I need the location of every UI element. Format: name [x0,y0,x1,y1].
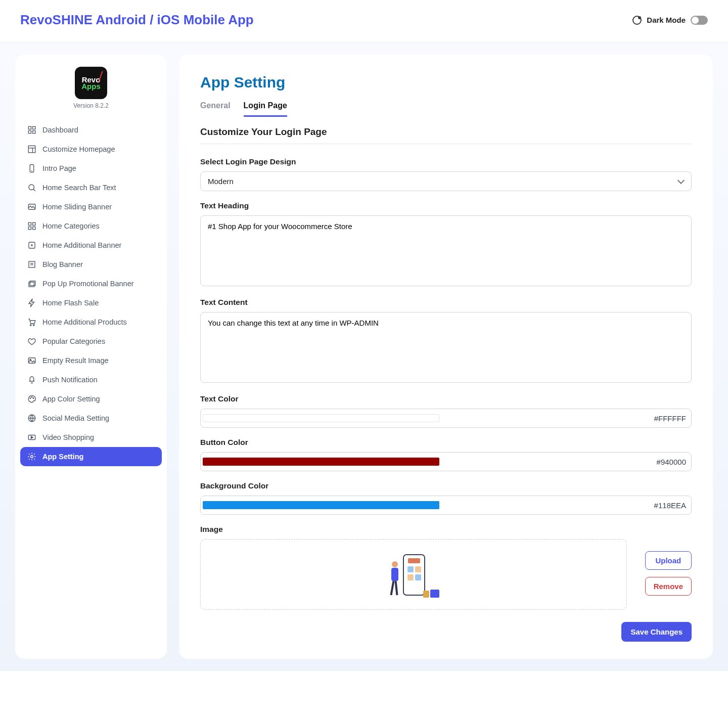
sidebar-item-label: Home Categories [42,222,100,230]
sidebar-item-label: Push Notification [42,376,98,384]
sidebar-item-label: Video Shopping [42,433,94,441]
sidebar-item-label: Home Sliding Banner [42,203,112,211]
save-changes-button[interactable]: Save Changes [621,622,692,642]
swatch-bg-color [203,501,439,509]
svg-rect-12 [28,222,31,225]
input-text-heading[interactable] [200,215,692,286]
sidebar-item-label: Dashboard [42,126,78,134]
settings-tabs: GeneralLogin Page [200,101,692,117]
sidebar-item-label: App Color Setting [42,395,100,403]
input-text-content[interactable] [200,312,692,383]
topbar: RevoSHINE Android / iOS Mobile App Dark … [0,0,728,42]
svg-rect-2 [28,131,31,133]
label-select-design: Select Login Page Design [200,157,692,166]
sidebar-item-label: Home Flash Sale [42,299,99,307]
bolt-icon [27,298,36,307]
svg-rect-15 [33,227,35,230]
sidebar-item-blog-banner[interactable]: Blog Banner [20,255,162,274]
tab-login-page[interactable]: Login Page [244,101,287,117]
main-panel: App Setting GeneralLogin Page Customize … [179,55,713,659]
heart-icon [27,337,36,346]
sidebar-nav: DashboardCustomize HomepageIntro PageHom… [20,120,162,466]
sidebar-item-home-sliding-banner[interactable]: Home Sliding Banner [20,197,162,216]
svg-rect-7 [30,165,34,172]
svg-rect-22 [30,281,35,286]
svg-point-32 [31,456,33,458]
hex-button-color: #940000 [657,458,686,466]
tab-general[interactable]: General [200,101,231,117]
theme-icon [632,16,642,25]
color-input-button[interactable]: #940000 [200,452,692,471]
sidebar-item-home-categories[interactable]: Home Categories [20,216,162,236]
svg-line-10 [33,189,35,191]
sidebar-item-video-shopping[interactable]: Video Shopping [20,428,162,447]
sidebar-item-intro-page[interactable]: Intro Page [20,159,162,178]
swatch-button-color [203,458,439,466]
sidebar-item-label: Home Search Bar Text [42,184,116,192]
sidebar-item-home-additional-banner[interactable]: Home Additional Banner [20,236,162,255]
swatch-text-color [203,414,439,422]
svg-rect-18 [29,261,35,267]
app-logo: Revo Apps [75,67,107,99]
picture-icon [27,356,36,365]
label-text-content: Text Content [200,298,692,307]
grid-icon [27,221,36,231]
page-title: App Setting [200,74,692,91]
select-login-design[interactable]: Modern [200,171,692,191]
image-dropzone[interactable] [200,539,627,610]
sidebar-item-label: Customize Homepage [42,145,115,153]
sidebar-item-label: Intro Page [42,164,76,172]
sidebar-item-app-setting[interactable]: App Setting [20,447,162,466]
sidebar-item-label: Home Additional Products [42,318,127,326]
color-input-bg[interactable]: #118EEA [200,496,692,515]
dark-mode-toggle[interactable] [691,16,708,25]
sidebar-item-label: Popular Categories [42,337,105,345]
sidebar-item-empty-result-image[interactable]: Empty Result Image [20,351,162,370]
sidebar-item-pop-up-promotional-banner[interactable]: Pop Up Promotional Banner [20,274,162,293]
sidebar-item-customize-homepage[interactable]: Customize Homepage [20,140,162,159]
label-image: Image [200,525,692,534]
label-button-color: Button Color [200,438,692,447]
grid-icon [27,125,36,134]
svg-point-17 [31,245,32,246]
layout-icon [27,145,36,154]
sidebar-item-label: Pop Up Promotional Banner [42,280,134,288]
sidebar-item-label: App Setting [42,453,83,461]
square-icon [27,241,36,250]
svg-point-9 [29,185,34,190]
label-text-color: Text Color [200,394,692,403]
svg-point-27 [30,398,31,399]
svg-rect-25 [28,358,35,364]
svg-rect-4 [28,146,35,153]
remove-button[interactable]: Remove [645,577,692,596]
search-icon [27,183,36,192]
video-icon [27,433,36,442]
sidebar-item-dashboard[interactable]: Dashboard [20,120,162,140]
svg-rect-13 [33,222,35,225]
image-icon [27,202,36,211]
sidebar-item-social-media-setting[interactable]: Social Media Setting [20,409,162,428]
sidebar-item-home-search-bar-text[interactable]: Home Search Bar Text [20,178,162,197]
sidebar-item-app-color-setting[interactable]: App Color Setting [20,389,162,409]
sidebar-item-popular-categories[interactable]: Popular Categories [20,332,162,351]
hex-text-color: #FFFFFF [654,414,686,423]
sidebar-item-home-flash-sale[interactable]: Home Flash Sale [20,293,162,312]
svg-point-23 [30,325,31,326]
globe-icon [27,414,36,423]
sidebar-item-home-additional-products[interactable]: Home Additional Products [20,312,162,332]
palette-icon [27,394,36,403]
color-input-text[interactable]: #FFFFFF [200,409,692,428]
sidebar-item-label: Home Additional Banner [42,241,121,249]
dark-mode-label: Dark Mode [647,16,686,24]
svg-rect-3 [33,131,35,133]
app-title: RevoSHINE Android / iOS Mobile App [20,12,254,28]
upload-button[interactable]: Upload [645,551,692,570]
section-title: Customize Your Login Page [200,126,692,138]
bell-icon [27,375,36,384]
article-icon [27,260,36,269]
sidebar-item-push-notification[interactable]: Push Notification [20,370,162,389]
stack-icon [27,279,36,288]
sidebar-item-label: Blog Banner [42,260,83,268]
login-illustration [386,550,441,599]
phone-icon [27,164,36,173]
